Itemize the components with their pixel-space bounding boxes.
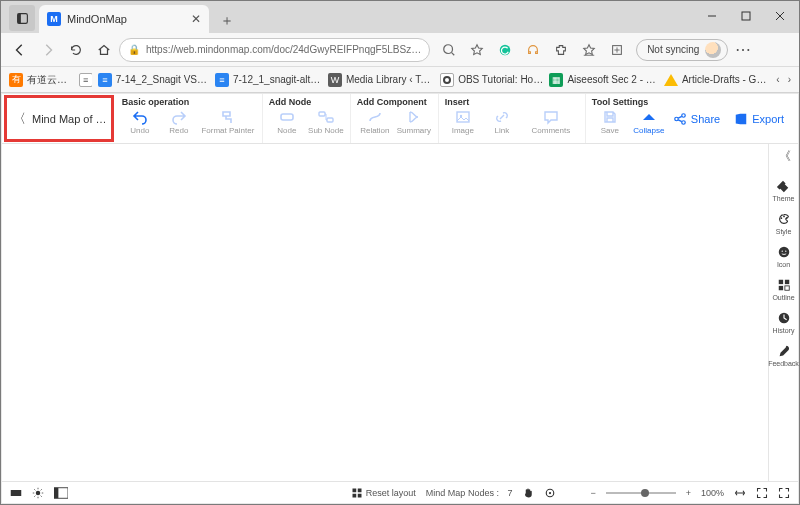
bookmark-item[interactable]: WMedia Library ‹ Top… [328,73,434,87]
nav-home-button[interactable] [91,37,117,63]
image-button[interactable]: Image [445,109,481,135]
share-button[interactable]: Share [673,112,720,126]
nav-forward-button[interactable] [35,37,61,63]
zoom-value: 100% [701,488,724,498]
bookmarks-scroll-left-icon[interactable]: ‹ [776,74,779,85]
link-button[interactable]: Link [484,109,520,135]
undo-button[interactable]: Undo [122,109,158,135]
new-tab-button[interactable]: ＋ [215,9,239,33]
group-header: Add Node [269,97,344,107]
group-insert: Insert Image Link Comments [439,94,586,143]
feedback-button[interactable]: Feedback [768,344,799,367]
relation-button[interactable]: Relation [357,109,393,135]
doc-title: Mind Map of … [32,113,107,125]
wordpress-icon: W [328,73,342,87]
gsheet-icon: ▦ [549,73,563,87]
extensions-button[interactable] [548,37,574,63]
zoom-out-button[interactable]: − [590,488,595,498]
export-button[interactable]: Export [734,112,784,126]
group-header: Basic operation [122,97,256,107]
gdrive-icon [664,73,678,87]
svg-line-40 [34,495,35,496]
bookmark-item[interactable]: ≡7-12_1_snagit-alter… [215,73,322,87]
bookmark-item[interactable]: ≡7-14_2_Snagit VS S… [98,73,209,87]
zoom-in-button[interactable]: + [686,488,691,498]
fit-width-button[interactable] [734,487,746,499]
ext-grammarly-icon[interactable] [492,37,518,63]
svg-rect-29 [778,286,782,290]
view-mode-sun-button[interactable] [32,487,44,499]
obs-icon [440,73,454,87]
style-button[interactable]: Style [776,212,792,235]
node-count: Mind Map Nodes : 7 [426,488,513,498]
favorite-button[interactable] [464,37,490,63]
gdoc-icon: ≡ [98,73,112,87]
tab-actions-button[interactable] [9,5,35,31]
svg-point-21 [780,217,782,219]
icon-button[interactable]: Icon [777,245,791,268]
redo-button[interactable]: Redo [161,109,197,135]
reset-layout-button[interactable]: Reset layout [351,487,416,499]
url-input[interactable]: 🔒 https://web.mindonmap.com/doc/24dGwyRE… [119,38,430,62]
history-button[interactable]: History [773,311,795,334]
nav-back-button[interactable] [7,37,33,63]
favorites-list-button[interactable] [576,37,602,63]
pan-button[interactable] [522,487,534,499]
bookmark-item[interactable]: Article-Drafts - Goo… [664,73,770,87]
bookmark-item[interactable]: 有有道云笔记 [9,73,73,87]
group-add-node: Add Node Node Sub Node [263,94,351,143]
status-bar: Reset layout Mind Map Nodes : 7 − + 100% [2,481,798,503]
browser-tab[interactable]: M MindOnMap ✕ [39,5,209,33]
bookmarks-overflow-button[interactable]: › [788,74,791,85]
summary-button[interactable]: Summary [396,109,432,135]
view-mode-outline-button[interactable] [54,487,68,499]
node-button[interactable]: Node [269,109,305,135]
window-maximize-button[interactable] [729,3,763,29]
bookmark-icon: 有 [9,73,23,87]
window-close-button[interactable] [763,3,797,29]
tab-close-icon[interactable]: ✕ [191,12,201,26]
app-toolbar: 〈 Mind Map of … Basic operation Undo Red… [2,94,798,144]
bookmark-item[interactable]: ▦Aiseesoft Sec 2 - W… [549,73,657,87]
group-header: Insert [445,97,579,107]
nav-refresh-button[interactable] [63,37,89,63]
outline-button[interactable]: Outline [772,278,794,301]
share-label: Share [691,113,720,125]
window-minimize-button[interactable] [695,3,729,29]
save-button[interactable]: Save [592,109,628,135]
collections-button[interactable] [604,37,630,63]
app-page: 〈 Mind Map of … Basic operation Undo Red… [2,94,798,503]
mindmap-canvas[interactable] [2,144,768,481]
right-panel: 《 Theme Style Icon Outline History Feedb… [768,144,798,481]
sub-node-button[interactable]: Sub Node [308,109,344,135]
browser-menu-button[interactable]: ⋯ [730,37,756,63]
ext-headphones-icon[interactable] [520,37,546,63]
profile-sync-button[interactable]: Not syncing [636,39,728,61]
center-button[interactable] [544,487,556,499]
tab-favicon: M [47,12,61,26]
group-basic: Basic operation Undo Redo Format Painter [116,94,263,143]
bookmark-item[interactable]: OBS Tutorial: How… [440,73,543,87]
fullscreen-button[interactable] [778,487,790,499]
doc-title-block[interactable]: 〈 Mind Map of … [4,95,114,142]
reset-layout-label: Reset layout [366,488,416,498]
panel-collapse-button[interactable]: 《 [779,148,788,165]
theme-button[interactable]: Theme [773,179,795,202]
svg-rect-3 [742,12,750,20]
comments-button[interactable]: Comments [523,109,579,135]
svg-rect-28 [784,280,788,284]
zoom-slider[interactable] [606,492,676,494]
bookmark-item[interactable]: ≡ [79,73,92,87]
svg-rect-47 [358,493,362,497]
reading-list-icon: ≡ [79,73,92,87]
view-mode-map-button[interactable] [10,487,22,499]
browser-window: M MindOnMap ✕ ＋ 🔒 https://web.mindonmap.… [0,0,800,505]
zoom-indicator-icon[interactable] [436,37,462,63]
fit-screen-button[interactable] [756,487,768,499]
export-label: Export [752,113,784,125]
svg-point-22 [783,216,785,218]
svg-line-41 [41,489,42,490]
back-icon[interactable]: 〈 [13,110,26,128]
format-painter-button[interactable]: Format Painter [200,109,256,135]
collapse-button[interactable]: Collapse [631,109,667,135]
